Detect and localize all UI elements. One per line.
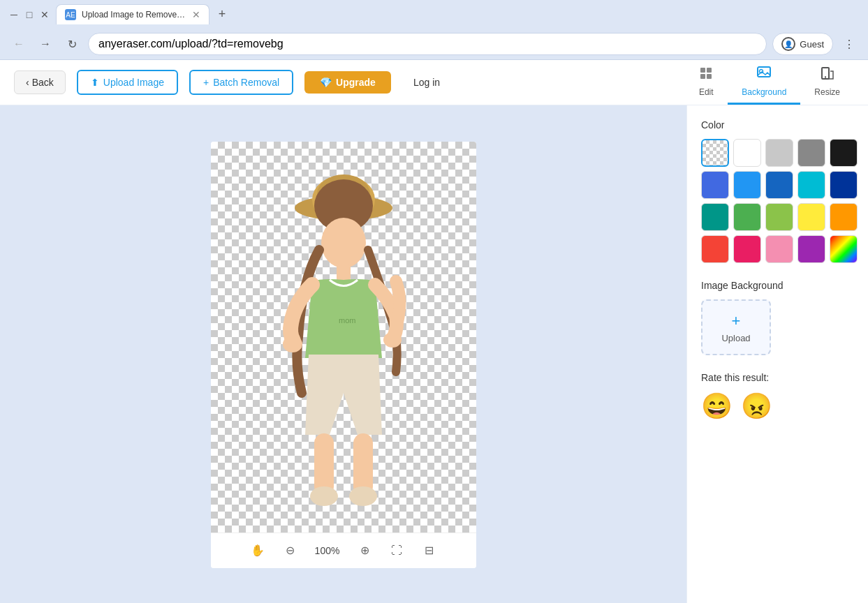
address-url: anyeraser.com/upload/?td=removebg bbox=[98, 38, 284, 50]
color-grid bbox=[701, 139, 854, 263]
batch-icon: + bbox=[203, 77, 209, 88]
color-pink[interactable] bbox=[765, 235, 793, 263]
background-icon bbox=[756, 66, 772, 84]
canvas-area: mom ✋ ⊖ 100% ⊕ ⛶ ⊟ bbox=[0, 105, 686, 603]
new-tab-button[interactable]: + bbox=[212, 5, 232, 24]
main-layout: mom ✋ ⊖ 100% ⊕ ⛶ ⊟ Color bbox=[0, 105, 868, 603]
svg-point-18 bbox=[349, 486, 377, 506]
upload-image-button[interactable]: ⬆ Upload Image bbox=[77, 70, 178, 95]
girl-figure: mom bbox=[211, 142, 476, 533]
color-teal[interactable] bbox=[701, 203, 729, 231]
right-panel: Color bbox=[686, 105, 868, 603]
color-gray[interactable] bbox=[797, 139, 825, 167]
upgrade-label: Upgrade bbox=[336, 77, 376, 88]
angry-emoji-button[interactable]: 😠 bbox=[741, 392, 772, 421]
color-blue2[interactable] bbox=[765, 171, 793, 199]
rate-label: Rate this result: bbox=[701, 372, 854, 383]
resize-icon bbox=[820, 66, 835, 84]
upgrade-button[interactable]: 💎 Upgrade bbox=[304, 71, 391, 94]
happy-emoji-button[interactable]: 😄 bbox=[701, 392, 733, 421]
batch-label: Batch Removal bbox=[213, 77, 279, 88]
color-yellow-green[interactable] bbox=[765, 203, 793, 231]
image-bg-upload-box[interactable]: + Upload bbox=[701, 299, 771, 355]
color-yellow[interactable] bbox=[797, 203, 825, 231]
image-bg-section: Image Background + Upload bbox=[701, 280, 854, 355]
color-white[interactable] bbox=[733, 139, 761, 167]
svg-rect-12 bbox=[337, 264, 351, 281]
image-container: mom ✋ ⊖ 100% ⊕ ⛶ ⊟ bbox=[211, 142, 476, 568]
color-green[interactable] bbox=[733, 203, 761, 231]
background-tool[interactable]: Background bbox=[728, 60, 800, 105]
transparent-background: mom bbox=[211, 142, 476, 533]
resize-tool[interactable]: Resize bbox=[800, 60, 854, 105]
svg-point-13 bbox=[283, 336, 302, 352]
maximize-button[interactable]: □ bbox=[24, 9, 35, 20]
back-button[interactable]: ‹ Back bbox=[14, 70, 66, 94]
browser-menu-button[interactable]: ⋮ bbox=[839, 34, 860, 54]
svg-rect-3 bbox=[707, 74, 712, 79]
upload-icon: ⬆ bbox=[91, 77, 99, 88]
svg-text:mom: mom bbox=[339, 316, 355, 325]
login-button[interactable]: Log in bbox=[402, 71, 451, 94]
upload-box-label: Upload bbox=[721, 333, 750, 343]
tool-group: Edit Background Resize bbox=[684, 60, 854, 105]
fullscreen-button[interactable]: ⛶ bbox=[386, 540, 407, 561]
back-nav-button[interactable]: ← bbox=[8, 34, 29, 54]
close-button[interactable]: ✕ bbox=[39, 9, 50, 20]
color-darkblue[interactable] bbox=[830, 171, 858, 199]
zoom-in-button[interactable]: ⊕ bbox=[354, 540, 375, 561]
forward-nav-button[interactable]: → bbox=[35, 34, 56, 54]
color-orange[interactable] bbox=[830, 203, 858, 231]
plus-icon: + bbox=[732, 312, 741, 330]
edit-label: Edit bbox=[699, 87, 714, 97]
guest-label: Guest bbox=[800, 39, 824, 50]
app-toolbar: ‹ Back ⬆ Upload Image + Batch Removal 💎 … bbox=[0, 60, 868, 105]
color-royalblue[interactable] bbox=[701, 171, 729, 199]
color-pink-red[interactable] bbox=[733, 235, 761, 263]
image-bg-label: Image Background bbox=[701, 280, 854, 291]
color-black[interactable] bbox=[830, 139, 858, 167]
minimize-button[interactable]: ─ bbox=[8, 9, 20, 20]
svg-rect-2 bbox=[700, 74, 705, 79]
rate-emojis: 😄 😠 bbox=[701, 392, 854, 421]
color-section: Color bbox=[701, 119, 854, 263]
guest-button[interactable]: 👤 Guest bbox=[772, 33, 833, 55]
refresh-button[interactable]: ↻ bbox=[61, 34, 82, 54]
color-purple[interactable] bbox=[797, 235, 825, 263]
pan-tool-button[interactable]: ✋ bbox=[247, 540, 268, 561]
image-toolbar: ✋ ⊖ 100% ⊕ ⛶ ⊟ bbox=[211, 533, 476, 568]
svg-point-11 bbox=[321, 218, 366, 268]
tab-title: Upload Image to Remove Bg bbox=[82, 10, 186, 20]
zoom-level: 100% bbox=[311, 545, 343, 556]
back-label: Back bbox=[32, 77, 54, 88]
edit-tool[interactable]: Edit bbox=[684, 60, 728, 105]
tab-close-button[interactable]: ✕ bbox=[192, 9, 200, 20]
color-cyan[interactable] bbox=[797, 171, 825, 199]
zoom-out-button[interactable]: ⊖ bbox=[279, 540, 300, 561]
browser-tab[interactable]: AE Upload Image to Remove Bg ✕ bbox=[56, 4, 209, 24]
resize-label: Resize bbox=[814, 87, 840, 97]
svg-rect-1 bbox=[707, 68, 712, 73]
rate-section: Rate this result: 😄 😠 bbox=[701, 372, 854, 421]
login-label: Log in bbox=[413, 77, 440, 88]
svg-rect-0 bbox=[700, 68, 705, 73]
guest-icon: 👤 bbox=[781, 37, 795, 51]
color-section-label: Color bbox=[701, 119, 854, 131]
color-lightgray[interactable] bbox=[765, 139, 793, 167]
tab-favicon: AE bbox=[65, 9, 76, 20]
color-rainbow[interactable] bbox=[830, 235, 858, 263]
address-bar[interactable]: anyeraser.com/upload/?td=removebg bbox=[88, 33, 767, 55]
background-label: Background bbox=[742, 87, 786, 97]
color-transparent[interactable] bbox=[701, 139, 729, 167]
svg-point-17 bbox=[310, 486, 338, 506]
color-blue1[interactable] bbox=[733, 171, 761, 199]
upgrade-icon: 💎 bbox=[320, 77, 332, 88]
color-red[interactable] bbox=[701, 235, 729, 263]
upload-label: Upload Image bbox=[103, 77, 164, 88]
edit-icon bbox=[698, 66, 714, 84]
split-view-button[interactable]: ⊟ bbox=[418, 540, 439, 561]
back-chevron-icon: ‹ bbox=[26, 77, 29, 88]
batch-removal-button[interactable]: + Batch Removal bbox=[189, 70, 293, 95]
